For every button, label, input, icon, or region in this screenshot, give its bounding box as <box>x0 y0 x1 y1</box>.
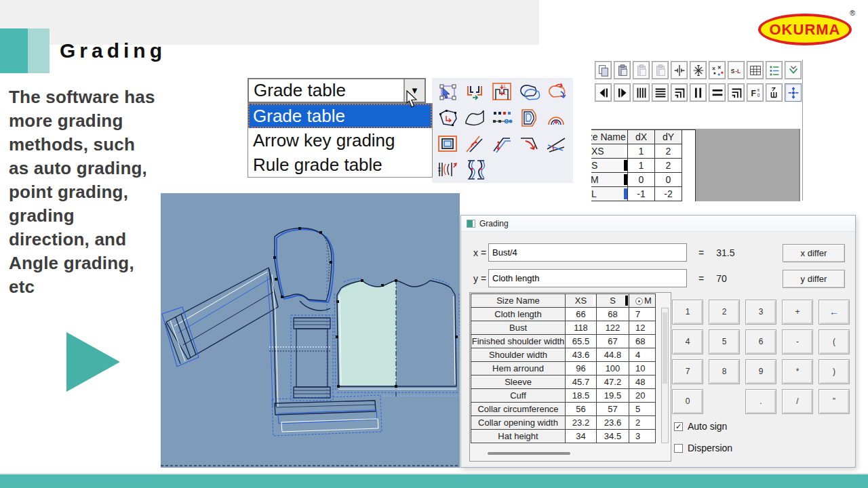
delta-row-XS[interactable]: ✓XS12 <box>591 144 695 159</box>
radio-icon[interactable] <box>635 298 643 305</box>
tool-curve-piece[interactable] <box>461 105 488 131</box>
tool-nested-piece[interactable] <box>515 105 542 131</box>
tb-next-size[interactable] <box>614 83 631 102</box>
delta-dy-cell[interactable]: 0 <box>655 173 682 187</box>
delta-dx-cell[interactable]: 1 <box>628 159 655 173</box>
tb-size-list[interactable] <box>766 61 783 79</box>
key-2[interactable]: 2 <box>709 300 740 325</box>
tool-arc-fan[interactable] <box>542 105 570 131</box>
m-value-cell[interactable]: 5 <box>629 403 656 416</box>
delta-dy-cell[interactable]: -2 <box>655 187 682 201</box>
key-1[interactable]: 1 <box>672 300 703 325</box>
s-value-cell[interactable]: 34.5 <box>597 430 629 443</box>
dropdown-list[interactable]: Grade tableArrow key gradingRule grade t… <box>248 103 433 178</box>
delta-dx-cell[interactable]: 0 <box>628 173 655 187</box>
tb-scatter-points[interactable] <box>709 61 726 79</box>
delta-size-cell[interactable]: ✓XS <box>591 144 628 159</box>
key-0[interactable]: 0 <box>672 389 703 414</box>
size-table-row[interactable]: Bust11812212 <box>471 321 656 335</box>
tb-prev-size[interactable] <box>595 83 612 102</box>
tb-s-l-toggle[interactable]: S-L <box>728 61 745 79</box>
tool-corner-steps[interactable] <box>488 131 515 157</box>
key-*[interactable]: * <box>782 359 813 384</box>
tool-nested-rects[interactable] <box>434 131 461 157</box>
tool-corner-rotate[interactable] <box>515 131 542 157</box>
size-table-row[interactable]: Finished shoulder width65.56768 <box>471 335 656 348</box>
xs-value-cell[interactable]: 118 <box>566 321 597 335</box>
delta-size-cell[interactable]: ✓L <box>591 187 628 201</box>
dispersion-checkbox[interactable] <box>674 444 683 453</box>
tool-parallel-move[interactable] <box>461 79 488 105</box>
s-value-cell[interactable]: 44.8 <box>597 348 629 362</box>
xs-value-cell[interactable]: 66 <box>566 308 597 321</box>
grade-method-select[interactable]: Grade table ▼ <box>248 78 426 103</box>
tool-point-grade[interactable] <box>434 105 461 131</box>
auto-sign-row[interactable]: ✓ Auto sign <box>674 421 727 432</box>
s-value-cell[interactable]: 23.6 <box>597 416 629 430</box>
vscroll-thumb[interactable] <box>663 312 667 384</box>
s-value-cell[interactable]: 122 <box>597 321 629 335</box>
xs-value-cell[interactable]: 23.2 <box>566 416 597 430</box>
tool-copy-piece[interactable] <box>515 79 542 105</box>
tool-grade-distance[interactable]: LL <box>488 79 515 105</box>
xs-value-cell[interactable]: 65.5 <box>566 335 597 348</box>
tb-two-columns[interactable] <box>690 83 707 102</box>
tb-expand-all[interactable] <box>785 61 802 79</box>
y-differ-button[interactable]: y differ <box>783 270 845 288</box>
dropdown-option-1[interactable]: Arrow key grading <box>248 128 432 152</box>
x-formula-input[interactable] <box>488 243 687 262</box>
tb-paste-size[interactable] <box>652 61 669 79</box>
delta-row-S[interactable]: ✓S12 <box>591 159 695 173</box>
delta-dy-cell[interactable]: 2 <box>655 144 682 159</box>
tb-rows-lines[interactable] <box>652 83 669 102</box>
s-value-cell[interactable]: 100 <box>597 362 629 375</box>
s-value-cell[interactable]: 57 <box>597 403 629 416</box>
tb-cascade[interactable] <box>671 83 688 102</box>
dropdown-option-2[interactable]: Rule grade table <box>248 152 432 177</box>
tool-corner-fan[interactable] <box>461 131 488 157</box>
size-table-row[interactable]: Hat height3434.53 <box>471 430 656 443</box>
dispersion-row[interactable]: Dispersion <box>674 443 732 453</box>
auto-sign-checkbox[interactable]: ✓ <box>674 422 683 431</box>
xs-value-cell[interactable]: 96 <box>566 362 597 375</box>
size-table-row[interactable]: Cloth length66687 <box>471 308 656 321</box>
delta-row-L[interactable]: ✓L-1-2 <box>591 187 695 201</box>
x-differ-button[interactable]: x differ <box>783 244 845 262</box>
size-table-row[interactable]: Collar opening width23.223.62 <box>471 416 656 430</box>
key-.[interactable]: . <box>745 389 776 414</box>
delta-size-cell[interactable]: M <box>591 173 628 187</box>
tb-columns[interactable] <box>633 83 650 102</box>
key-backspace[interactable]: ← <box>818 300 850 325</box>
s-value-cell[interactable]: 68 <box>597 308 629 321</box>
delta-size-cell[interactable]: ✓S <box>591 159 628 173</box>
tb-paste[interactable] <box>614 61 631 79</box>
key-3[interactable]: 3 <box>745 300 776 325</box>
key-8[interactable]: 8 <box>709 359 740 384</box>
delta-dy-cell[interactable]: 2 <box>655 159 682 173</box>
s-value-cell[interactable]: 67 <box>597 335 629 348</box>
key-/[interactable]: / <box>782 389 813 414</box>
delta-dx-cell[interactable]: 1 <box>628 144 655 159</box>
tb-cascade2[interactable] <box>728 83 745 102</box>
key-7[interactable]: 7 <box>672 359 703 384</box>
key--[interactable]: - <box>782 329 813 354</box>
y-formula-input[interactable] <box>488 269 687 287</box>
xs-value-cell[interactable]: 34 <box>566 430 597 443</box>
m-value-cell[interactable]: 3 <box>629 430 656 443</box>
key-6[interactable]: 6 <box>745 329 776 354</box>
tb-grade-grid[interactable] <box>747 61 764 79</box>
delta-dx-cell[interactable]: -1 <box>628 187 655 201</box>
tb-zm-measure[interactable] <box>766 83 783 102</box>
key-)[interactable]: ) <box>818 359 850 384</box>
m-value-cell[interactable]: 4 <box>629 348 656 362</box>
s-value-cell[interactable]: 19.5 <box>597 389 629 403</box>
xs-value-cell[interactable]: 56 <box>566 403 597 416</box>
tool-select-frame[interactable] <box>434 79 461 105</box>
m-value-cell[interactable]: 7 <box>629 308 656 321</box>
size-table-vscrollbar[interactable] <box>661 308 669 443</box>
size-table-row[interactable]: Cuff18.519.520 <box>471 389 656 403</box>
tool-seam-curves[interactable] <box>461 157 488 182</box>
key-5[interactable]: 5 <box>709 329 740 354</box>
tb-align-points[interactable] <box>671 61 688 79</box>
m-value-cell[interactable]: 10 <box>629 362 656 375</box>
